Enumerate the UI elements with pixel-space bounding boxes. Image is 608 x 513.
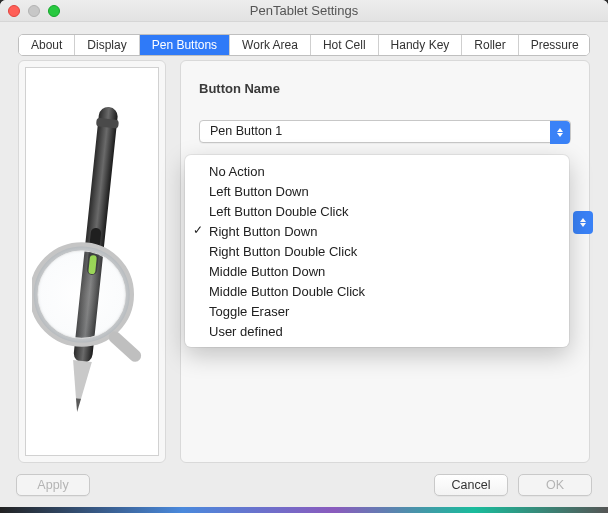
tab-roller[interactable]: Roller	[462, 35, 518, 55]
titlebar: PenTablet Settings	[0, 0, 608, 22]
dropdown-item-right-down[interactable]: Right Button Down	[185, 221, 569, 241]
dropdown-item-no-action[interactable]: No Action	[185, 161, 569, 181]
svg-point-7	[34, 246, 130, 342]
chevron-updown-icon[interactable]	[550, 121, 570, 144]
button-name-label: Button Name	[199, 81, 571, 96]
dropdown-item-middle-double[interactable]: Middle Button Double Click	[185, 281, 569, 301]
window-title: PenTablet Settings	[8, 3, 600, 18]
pen-preview-panel	[18, 60, 166, 463]
dropdown-item-user-defined[interactable]: User defined	[185, 321, 569, 341]
svg-marker-4	[69, 359, 92, 398]
tab-display[interactable]: Display	[75, 35, 139, 55]
button-settings-panel: Button Name Pen Button 1 No Action Left …	[180, 60, 590, 463]
pen-illustration	[25, 67, 159, 456]
content-area: Button Name Pen Button 1 No Action Left …	[18, 60, 590, 463]
apply-button[interactable]: Apply	[16, 474, 90, 496]
tab-hot-cell[interactable]: Hot Cell	[311, 35, 379, 55]
zoom-icon[interactable]	[48, 5, 60, 17]
dialog-footer: Apply Cancel OK	[0, 463, 608, 507]
action-dropdown[interactable]: No Action Left Button Down Left Button D…	[185, 155, 569, 347]
tab-work-area[interactable]: Work Area	[230, 35, 311, 55]
button-select-row: Pen Button 1	[199, 120, 571, 143]
tab-bar: About Display Pen Buttons Work Area Hot …	[18, 34, 590, 56]
svg-rect-9	[106, 328, 143, 363]
ok-button[interactable]: OK	[518, 474, 592, 496]
dropdown-item-middle-down[interactable]: Middle Button Down	[185, 261, 569, 281]
tab-handy-key[interactable]: Handy Key	[379, 35, 463, 55]
button-name-select[interactable]: Pen Button 1	[199, 120, 571, 143]
tab-pen-buttons[interactable]: Pen Buttons	[140, 35, 230, 55]
minimize-icon[interactable]	[28, 5, 40, 17]
dropdown-item-left-down[interactable]: Left Button Down	[185, 181, 569, 201]
svg-marker-5	[75, 398, 82, 412]
tab-pressure[interactable]: Pressure	[519, 35, 590, 55]
dock-strip	[0, 507, 608, 513]
chevron-updown-icon[interactable]	[573, 211, 593, 234]
cancel-button[interactable]: Cancel	[434, 474, 508, 496]
dropdown-item-toggle-eraser[interactable]: Toggle Eraser	[185, 301, 569, 321]
dropdown-item-right-double[interactable]: Right Button Double Click	[185, 241, 569, 261]
tab-about[interactable]: About	[19, 35, 75, 55]
button-name-select-value: Pen Button 1	[210, 124, 282, 138]
settings-window: PenTablet Settings About Display Pen But…	[0, 0, 608, 507]
window-controls	[8, 5, 60, 17]
dropdown-item-left-double[interactable]: Left Button Double Click	[185, 201, 569, 221]
close-icon[interactable]	[8, 5, 20, 17]
